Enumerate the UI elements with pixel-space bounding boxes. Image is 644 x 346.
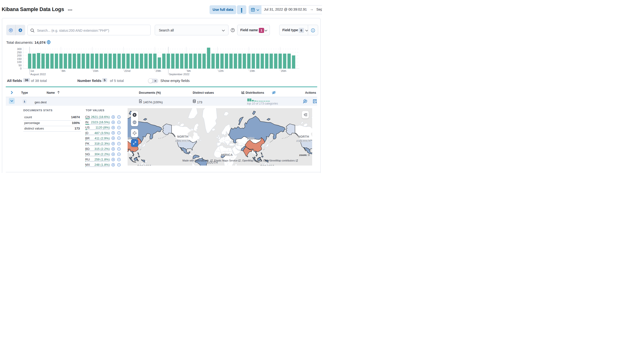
svg-text:5th: 5th [187,70,191,72]
svg-text:8th: 8th [62,70,66,72]
svg-text:300: 300 [17,48,22,50]
svg-text:19th: 19th [250,70,255,72]
svg-text:150: 150 [17,58,22,60]
svg-text:26th: 26th [281,70,286,72]
svg-text:100: 100 [17,60,22,64]
svg-text:50: 50 [18,64,22,67]
svg-text:250: 250 [17,51,22,54]
svg-text:22nd: 22nd [124,70,130,72]
svg-text:29th: 29th [156,70,161,72]
svg-text:August 2022: August 2022 [30,73,46,76]
svg-text:0: 0 [20,67,22,70]
svg-text:12th: 12th [218,70,224,72]
svg-text:15th: 15th [93,70,98,72]
svg-text:1st: 1st [30,70,34,72]
svg-text:September 2022: September 2022 [169,73,189,76]
svg-text:200: 200 [17,54,22,57]
